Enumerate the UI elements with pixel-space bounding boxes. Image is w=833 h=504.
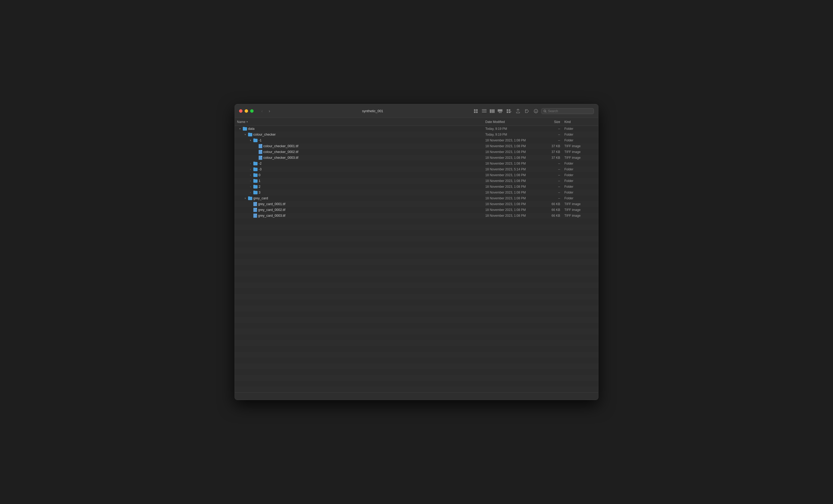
table-row[interactable]: -218 November 2023, 1:08 PM--Folder: [235, 161, 598, 167]
disclosure-triangle[interactable]: [248, 138, 252, 142]
emoji-button[interactable]: [532, 107, 540, 115]
file-name-label: 0: [259, 173, 260, 177]
disclosure-triangle[interactable]: [248, 168, 252, 171]
size-cell: --: [543, 127, 564, 131]
svg-rect-0: [474, 109, 476, 111]
table-row[interactable]: colour_checker_0001.tif18 November 2023,…: [235, 143, 598, 149]
table-row[interactable]: 318 November 2023, 1:08 PM--Folder: [235, 190, 598, 195]
svg-rect-10: [498, 109, 502, 112]
empty-row: [235, 282, 598, 288]
share-button[interactable]: [514, 107, 522, 115]
disclosure-triangle[interactable]: [248, 173, 252, 177]
file-name-label: -3: [259, 168, 262, 171]
disclosure-triangle[interactable]: [243, 133, 247, 136]
table-row[interactable]: grey_card_0003.tif18 November 2023, 1:08…: [235, 213, 598, 219]
action-menu-button[interactable]: ▾: [505, 107, 513, 115]
date-modified-cell: 18 November 2023, 1:08 PM: [485, 156, 543, 159]
disclosure-triangle[interactable]: [243, 197, 247, 200]
folder-icon: [253, 179, 258, 183]
kind-cell: Folder: [564, 197, 596, 200]
kind-cell: Folder: [564, 138, 596, 142]
file-name-label: colour_checker_0001.tif: [263, 144, 299, 148]
size-cell: --: [543, 162, 564, 166]
disclosure-triangle[interactable]: [238, 127, 242, 131]
size-cell: --: [543, 197, 564, 200]
svg-rect-2: [474, 111, 476, 113]
forward-button[interactable]: ›: [266, 108, 272, 114]
list-view-button[interactable]: [480, 107, 488, 115]
kind-column-header[interactable]: Kind: [564, 120, 596, 124]
minimize-button[interactable]: [245, 109, 248, 113]
table-row[interactable]: -118 November 2023, 1:08 PM--Folder: [235, 137, 598, 143]
size-column-header[interactable]: Size: [543, 120, 564, 124]
disclosure-triangle[interactable]: [248, 191, 252, 194]
search-input[interactable]: [548, 109, 592, 113]
table-row[interactable]: grey_card18 November 2023, 1:08 PM--Fold…: [235, 195, 598, 201]
table-row[interactable]: 218 November 2023, 1:08 PM--Folder: [235, 184, 598, 190]
empty-row: [235, 253, 598, 259]
svg-rect-7: [490, 109, 491, 113]
kind-cell: TIFF image: [564, 144, 596, 148]
name-column-header[interactable]: Name ▾: [237, 120, 485, 124]
file-icon: [259, 156, 262, 160]
size-cell: --: [543, 138, 564, 142]
svg-text:▾: ▾: [510, 110, 511, 113]
kind-cell: Folder: [564, 127, 596, 131]
back-button[interactable]: ‹: [259, 108, 265, 114]
svg-rect-5: [482, 110, 486, 111]
titlebar: ‹ › synthetic_001: [235, 104, 598, 118]
svg-rect-12: [500, 112, 502, 113]
empty-row: [235, 271, 598, 276]
svg-rect-4: [482, 109, 486, 110]
empty-row: [235, 375, 598, 381]
disclosure-triangle[interactable]: [248, 162, 252, 166]
table-row[interactable]: colour_checker_0002.tif18 November 2023,…: [235, 149, 598, 155]
sort-arrow: ▾: [246, 120, 248, 123]
table-row[interactable]: grey_card_0001.tif18 November 2023, 1:08…: [235, 201, 598, 207]
table-row[interactable]: colour_checkerToday, 9:19 PM--Folder: [235, 132, 598, 137]
close-button[interactable]: [239, 109, 242, 113]
file-name-label: data: [248, 127, 254, 131]
empty-row: [235, 334, 598, 340]
folder-icon: [243, 127, 247, 131]
table-row[interactable]: colour_checker_0003.tif18 November 2023,…: [235, 155, 598, 161]
empty-row: [235, 236, 598, 242]
kind-cell: TIFF image: [564, 150, 596, 154]
icon-view-button[interactable]: [473, 107, 480, 115]
table-row[interactable]: dataToday, 9:19 PM--Folder: [235, 126, 598, 132]
table-row[interactable]: -318 November 2023, 5:14 PM--Folder: [235, 167, 598, 172]
maximize-button[interactable]: [250, 109, 254, 113]
svg-point-20: [535, 110, 536, 111]
date-modified-cell: 18 November 2023, 1:08 PM: [485, 173, 543, 177]
column-headers: Name ▾ Date Modified Size Kind: [235, 118, 598, 126]
file-icon: [253, 213, 257, 218]
folder-icon: [253, 185, 258, 188]
file-name-label: colour_checker: [253, 133, 276, 136]
file-name-label: colour_checker_0002.tif: [263, 150, 299, 154]
kind-cell: Folder: [564, 185, 596, 188]
search-box[interactable]: [541, 108, 594, 114]
date-column-header[interactable]: Date Modified: [485, 120, 543, 124]
empty-row: [235, 230, 598, 236]
empty-row: [235, 276, 598, 282]
table-row[interactable]: 118 November 2023, 1:08 PM--Folder: [235, 178, 598, 184]
svg-rect-9: [493, 109, 495, 113]
tag-button[interactable]: [523, 107, 531, 115]
disclosure-triangle[interactable]: [248, 185, 252, 188]
size-cell: --: [543, 179, 564, 183]
table-row[interactable]: grey_card_0002.tif18 November 2023, 1:08…: [235, 207, 598, 213]
size-cell: 66 KB: [543, 214, 564, 218]
kind-cell: TIFF image: [564, 214, 596, 218]
folder-icon: [248, 133, 252, 136]
column-view-button[interactable]: [489, 107, 496, 115]
size-cell: 37 KB: [543, 150, 564, 154]
size-cell: 37 KB: [543, 156, 564, 159]
date-modified-cell: 18 November 2023, 5:14 PM: [485, 168, 543, 171]
gallery-view-button[interactable]: [496, 107, 504, 115]
svg-line-23: [545, 111, 546, 112]
disclosure-triangle[interactable]: [248, 179, 252, 183]
size-cell: 66 KB: [543, 202, 564, 206]
file-icon: [253, 208, 257, 212]
empty-row: [235, 323, 598, 329]
table-row[interactable]: 018 November 2023, 1:08 PM--Folder: [235, 172, 598, 178]
